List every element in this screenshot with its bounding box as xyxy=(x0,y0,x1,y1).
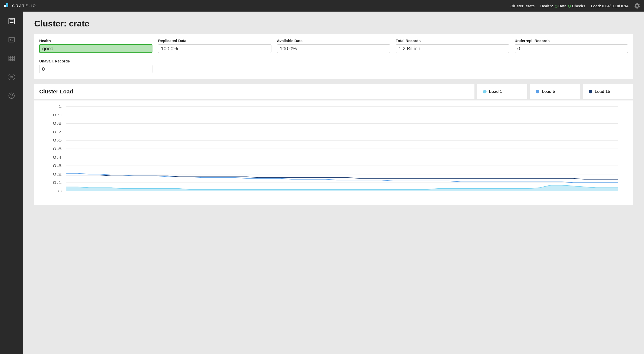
stat-available-data: Available Data100.0% xyxy=(277,39,390,53)
legend-label: Load 5 xyxy=(542,89,555,94)
gear-icon xyxy=(634,3,640,9)
svg-text:0.3: 0.3 xyxy=(53,164,62,168)
legend-dot-icon xyxy=(536,90,539,93)
stat-value: 0 xyxy=(39,65,152,73)
svg-text:0: 0 xyxy=(58,189,62,193)
topbar-health-checks: Checks xyxy=(572,4,585,8)
topbar: CRATE.IO Cluster: crate Health: Data Che… xyxy=(0,0,644,12)
sidebar-item-tables[interactable] xyxy=(8,54,16,62)
svg-rect-9 xyxy=(9,56,15,61)
stat-value: 1.2 Billion xyxy=(396,44,509,53)
main-content: Cluster: crate HealthgoodReplicated Data… xyxy=(23,12,644,354)
tables-icon xyxy=(8,55,15,62)
legend-dot-icon xyxy=(483,90,487,93)
svg-line-19 xyxy=(10,76,11,77)
sidebar-item-help[interactable] xyxy=(8,92,16,100)
topbar-cluster-name: crate xyxy=(526,4,535,8)
topbar-cluster: Cluster: crate xyxy=(510,4,535,8)
stat-label: Unavail. Records xyxy=(39,59,152,63)
topbar-health: Health: Data Checks xyxy=(540,4,585,8)
legend-dot-icon xyxy=(589,90,592,93)
legend-load15[interactable]: Load 15 xyxy=(583,84,633,99)
stat-total-records: Total Records1.2 Billion xyxy=(396,39,509,53)
svg-line-21 xyxy=(10,78,11,78)
topbar-cluster-label: Cluster: xyxy=(510,4,525,8)
brand-text: CRATE.IO xyxy=(12,4,36,8)
svg-text:0.8: 0.8 xyxy=(53,121,62,125)
stat-health: Healthgood xyxy=(39,39,152,53)
stat-label: Health xyxy=(39,39,152,43)
page-title: Cluster: crate xyxy=(34,19,633,28)
stat-label: Underrepl. Records xyxy=(515,39,628,43)
svg-line-22 xyxy=(12,78,13,78)
chart-header: Cluster Load Load 1 Load 5 Load 15 xyxy=(34,84,633,99)
sidebar-item-cluster[interactable] xyxy=(8,73,16,81)
topbar-load-values: 0.04/ 0.10/ 0.14 xyxy=(602,4,628,8)
legend-load1[interactable]: Load 1 xyxy=(477,84,527,99)
chart-title: Cluster Load xyxy=(34,84,474,99)
health-checks-dot-icon xyxy=(568,5,571,8)
svg-text:1: 1 xyxy=(58,104,62,109)
topbar-health-label: Health: xyxy=(540,4,553,8)
svg-text:0.5: 0.5 xyxy=(53,147,62,151)
settings-button[interactable] xyxy=(634,3,640,9)
stat-label: Replicated Data xyxy=(158,39,271,43)
stat-label: Total Records xyxy=(396,39,509,43)
sidebar-item-console[interactable] xyxy=(8,36,16,44)
stat-value: good xyxy=(39,44,152,53)
legend-label: Load 15 xyxy=(595,89,610,94)
svg-text:0.2: 0.2 xyxy=(53,172,62,176)
svg-text:0.4: 0.4 xyxy=(53,155,62,159)
svg-rect-7 xyxy=(9,38,15,42)
svg-text:0.1: 0.1 xyxy=(53,181,62,185)
stat-replicated-data: Replicated Data100.0% xyxy=(158,39,271,53)
stat-value: 100.0% xyxy=(277,44,390,53)
stat-label: Available Data xyxy=(277,39,390,43)
svg-text:0.7: 0.7 xyxy=(53,130,62,134)
legend-label: Load 1 xyxy=(489,89,502,94)
health-data-dot-icon xyxy=(555,5,557,8)
stats-panel: HealthgoodReplicated Data100.0%Available… xyxy=(34,34,633,79)
svg-text:0.9: 0.9 xyxy=(53,113,62,117)
cluster-load-chart: 00.10.20.30.40.50.60.70.80.91 xyxy=(44,104,623,195)
overview-icon xyxy=(8,17,15,25)
svg-line-20 xyxy=(12,76,13,77)
legend-load5[interactable]: Load 5 xyxy=(530,84,580,99)
svg-rect-0 xyxy=(4,5,6,7)
topbar-health-data: Data xyxy=(558,4,567,8)
stat-underrepl-records: Underrepl. Records0 xyxy=(515,39,628,53)
sidebar-item-overview[interactable] xyxy=(8,17,16,25)
help-icon xyxy=(8,92,15,99)
stat-unavail-records: Unavail. Records0 xyxy=(39,59,152,73)
chart-panel: 00.10.20.30.40.50.60.70.80.91 xyxy=(34,100,633,205)
brand-logo[interactable]: CRATE.IO xyxy=(4,3,36,9)
stat-value: 0 xyxy=(515,44,628,53)
svg-text:0.6: 0.6 xyxy=(53,138,62,142)
cluster-icon xyxy=(8,73,15,81)
svg-point-24 xyxy=(11,97,12,98)
svg-rect-1 xyxy=(6,3,8,5)
topbar-load: Load: 0.04/ 0.10/ 0.14 xyxy=(591,4,628,8)
brand-logo-icon xyxy=(4,3,10,9)
sidebar xyxy=(0,12,23,354)
topbar-load-label: Load: xyxy=(591,4,601,8)
svg-rect-2 xyxy=(6,5,8,7)
console-icon xyxy=(8,36,15,44)
stat-value: 100.0% xyxy=(158,44,271,53)
